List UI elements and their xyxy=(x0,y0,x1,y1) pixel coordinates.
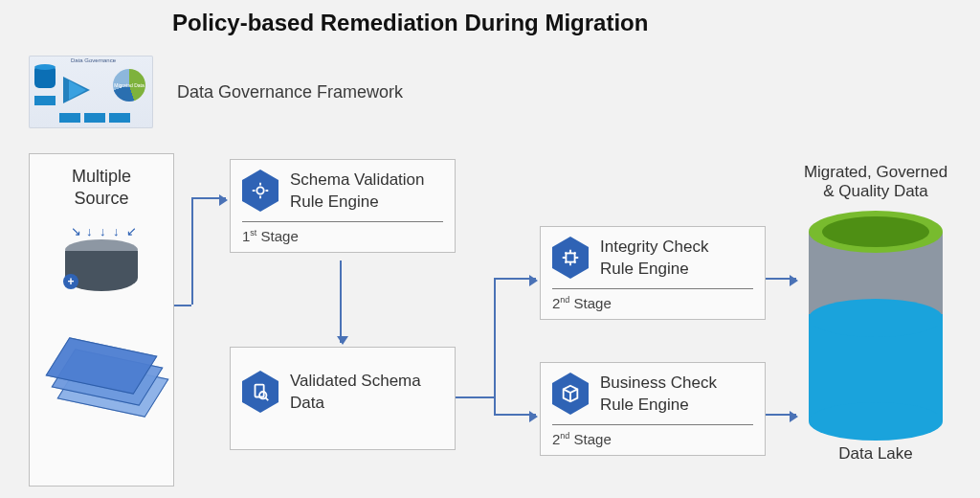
governance-thumbnail: Data Governance Migrated Data xyxy=(29,56,153,128)
business-check-card: Business Check Rule Engine 2nd Stage xyxy=(540,362,766,456)
business-check-line1: Business Check xyxy=(600,374,717,392)
chip-icon xyxy=(552,237,589,279)
validated-schema-line1: Validated Schema xyxy=(290,372,421,390)
connector xyxy=(191,197,193,305)
schema-validation-card: Schema Validation Rule Engine 1st Stage xyxy=(230,159,456,253)
cube-icon xyxy=(552,373,589,415)
connector-arrow xyxy=(191,197,226,199)
lake-caption: Data Lake xyxy=(796,444,955,464)
integrity-check-line1: Integrity Check xyxy=(600,238,708,256)
svg-point-0 xyxy=(256,187,263,193)
thumb-chip xyxy=(109,113,130,123)
schema-validation-line2: Rule Engine xyxy=(290,192,379,211)
thumb-funnel-icon-inner xyxy=(69,80,86,100)
business-check-suffix: nd xyxy=(560,431,569,441)
cylinder-icon xyxy=(809,211,943,441)
connector-arrow xyxy=(494,414,536,416)
business-check-line2: Rule Engine xyxy=(600,396,689,414)
page-subtitle: Data Governance Framework xyxy=(177,82,403,102)
layers-icon xyxy=(57,347,145,404)
integrity-check-stage-word: Stage xyxy=(569,295,611,311)
business-check-stage-word: Stage xyxy=(569,431,611,447)
lake-title-line1: Migrated, Governed xyxy=(804,163,947,181)
thumb-db-icon xyxy=(34,67,56,88)
integrity-check-card: Integrity Check Rule Engine 2nd Stage xyxy=(540,226,766,320)
integrity-check-line2: Rule Engine xyxy=(600,260,689,278)
integrity-check-suffix: nd xyxy=(560,295,569,305)
connector xyxy=(456,396,494,398)
data-lake: Migrated, Governed & Quality Data Data L… xyxy=(796,163,955,464)
source-column: Multiple Source ↘ ↓ ↓ ↓ ↙ + xyxy=(29,153,174,487)
source-title-line1: Multiple xyxy=(72,167,131,186)
source-title-line2: Source xyxy=(74,189,128,208)
svg-rect-3 xyxy=(566,253,574,261)
schema-validation-line1: Schema Validation xyxy=(290,170,425,189)
connector-arrow xyxy=(494,278,536,280)
validated-schema-card: Validated Schema Data xyxy=(230,347,456,450)
thumb-header: Data Governance xyxy=(71,57,116,63)
connector xyxy=(494,278,496,414)
page-title: Policy-based Remediation During Migratio… xyxy=(172,10,648,36)
thumb-chip xyxy=(84,113,105,123)
compass-icon xyxy=(242,170,278,212)
lake-title-line2: & Quality Data xyxy=(823,182,928,200)
thumb-pie-icon: Migrated Data xyxy=(113,69,145,102)
validated-schema-line2: Data xyxy=(290,394,324,412)
search-doc-icon xyxy=(242,371,278,413)
thumb-chip xyxy=(34,96,56,105)
database-icon: ↘ ↓ ↓ ↓ ↙ + xyxy=(65,239,138,293)
connector-arrow xyxy=(340,260,342,343)
thumb-chip xyxy=(59,113,80,123)
connector-arrow xyxy=(766,278,796,280)
connector-arrow xyxy=(766,414,796,416)
connector xyxy=(174,305,191,306)
schema-validation-stage-word: Stage xyxy=(256,228,298,244)
